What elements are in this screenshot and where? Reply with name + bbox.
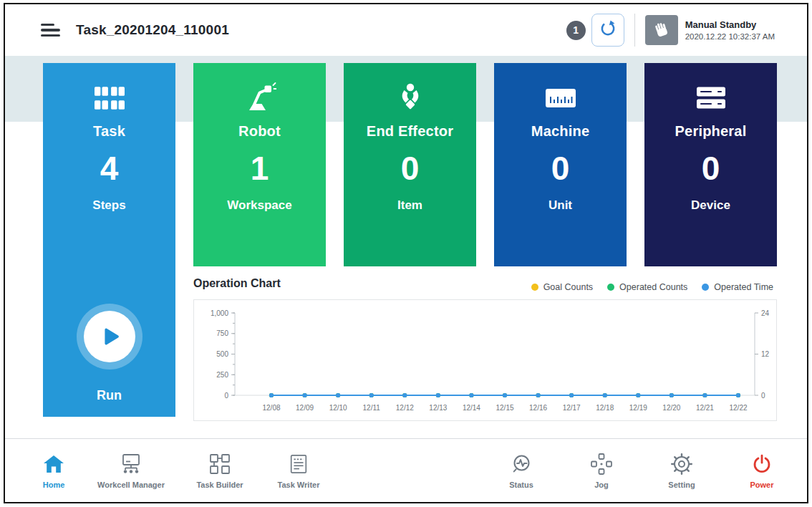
svg-text:0: 0: [224, 392, 228, 400]
svg-text:12: 12: [761, 350, 770, 358]
task-writer-icon: [288, 453, 309, 475]
svg-text:12/21: 12/21: [696, 404, 714, 412]
nav-setting-label: Setting: [668, 481, 695, 489]
nav-task-builder-label: Task Builder: [196, 481, 243, 489]
goal-counts-label: Goal Counts: [543, 282, 593, 292]
operated-time-label: Operated Time: [714, 282, 773, 292]
operation-chart-canvas: 02505007501,0000122412/0812/0912/1012/11…: [194, 300, 776, 420]
machine-icon: [544, 82, 577, 115]
svg-text:1,000: 1,000: [211, 309, 228, 317]
machine-card-value: 0: [551, 150, 570, 187]
peripheral-card-unit: Device: [691, 198, 730, 213]
run-button[interactable]: [84, 311, 135, 362]
header-divider: [634, 14, 635, 47]
svg-text:12/12: 12/12: [396, 404, 414, 412]
robot-status: Manual Standby 2020.12.22 10:32:37 AM: [685, 19, 775, 41]
bottom-nav: Home Workcell Manager: [5, 438, 807, 502]
nav-home-label: Home: [43, 481, 65, 489]
manual-mode-button[interactable]: [645, 15, 678, 45]
operation-chart-title: Operation Chart: [193, 277, 281, 290]
svg-text:250: 250: [216, 371, 228, 379]
home-icon: [43, 453, 64, 475]
repeat-icon: [599, 19, 617, 41]
nav-task-writer-label: Task Writer: [278, 481, 320, 489]
svg-text:24: 24: [761, 309, 770, 317]
end-effector-card-label: End Effector: [367, 123, 453, 140]
svg-text:750: 750: [216, 329, 228, 337]
machine-card-unit: Unit: [548, 198, 572, 213]
app-window: Task_20201204_110001 1: [4, 3, 808, 503]
end-effector-card-value: 0: [401, 150, 420, 187]
play-icon: [100, 325, 122, 348]
card-end-effector[interactable]: End Effector 0 Item: [344, 63, 476, 266]
card-machine[interactable]: Machine 0 Unit: [494, 63, 627, 266]
svg-text:12/08: 12/08: [262, 404, 280, 412]
svg-text:12/09: 12/09: [296, 404, 314, 412]
nav-status[interactable]: Status: [496, 453, 546, 489]
peripheral-card-value: 0: [702, 150, 720, 187]
nav-group-right: Status Jog: [496, 453, 787, 489]
task-builder-icon: [208, 453, 231, 475]
svg-text:12/15: 12/15: [496, 404, 513, 412]
robot-card-value: 1: [251, 150, 269, 187]
svg-text:12/11: 12/11: [363, 404, 381, 412]
peripheral-card-label: Peripheral: [675, 123, 747, 140]
robot-arm-icon: [243, 82, 276, 115]
robot-card-label: Robot: [238, 123, 281, 140]
gripper-icon: [395, 82, 426, 115]
operated-counts-dot-icon: [607, 284, 614, 291]
nav-jog[interactable]: Jog: [576, 453, 627, 489]
chart-legend: Goal Counts Operated Counts Operated Tim…: [531, 282, 773, 292]
menu-icon[interactable]: [41, 24, 60, 37]
card-robot[interactable]: Robot 1 Workspace: [193, 63, 326, 266]
svg-text:12/18: 12/18: [596, 404, 614, 412]
svg-text:12/17: 12/17: [563, 404, 581, 412]
nav-workcell-manager-label: Workcell Manager: [97, 481, 165, 489]
nav-workcell-manager[interactable]: Workcell Manager: [88, 453, 174, 489]
workcell-manager-icon: [119, 453, 143, 475]
status-timestamp: 2020.12.22 10:32:37 AM: [685, 32, 775, 41]
svg-text:12/13: 12/13: [429, 404, 447, 412]
nav-power[interactable]: Power: [737, 453, 787, 489]
peripheral-icon: [695, 82, 728, 115]
nav-home[interactable]: Home: [32, 453, 75, 489]
hand-icon: [649, 19, 673, 42]
svg-text:12/20: 12/20: [662, 404, 680, 412]
svg-text:12/16: 12/16: [529, 404, 547, 412]
task-card-value: 4: [100, 150, 119, 187]
nav-task-writer[interactable]: Task Writer: [266, 453, 332, 489]
gear-icon: [670, 453, 693, 475]
robot-mode-label: Manual Standby: [685, 19, 775, 30]
svg-text:0: 0: [761, 392, 765, 400]
nav-setting[interactable]: Setting: [657, 453, 707, 489]
task-card-unit: Steps: [92, 198, 125, 213]
svg-text:12/19: 12/19: [629, 404, 647, 412]
nav-power-label: Power: [750, 481, 773, 489]
card-peripheral[interactable]: Peripheral 0 Device: [644, 63, 777, 266]
svg-text:12/14: 12/14: [463, 404, 480, 412]
loop-count-badge: 1: [566, 21, 586, 40]
power-icon: [751, 453, 773, 475]
robot-card-unit: Workspace: [227, 198, 291, 213]
task-card-label: Task: [93, 123, 125, 140]
legend-operated-time: Operated Time: [702, 282, 773, 292]
repeat-button[interactable]: [591, 14, 624, 47]
svg-text:500: 500: [216, 350, 228, 358]
legend-operated-counts: Operated Counts: [607, 282, 687, 292]
status-icon: [510, 453, 533, 475]
end-effector-card-unit: Item: [397, 198, 422, 213]
nav-status-label: Status: [509, 481, 533, 489]
operated-counts-label: Operated Counts: [619, 282, 687, 292]
card-task[interactable]: Task 4 Steps Run: [43, 63, 175, 417]
svg-text:12/22: 12/22: [729, 404, 747, 412]
nav-jog-label: Jog: [594, 481, 609, 489]
header: Task_20201204_110001 1: [5, 4, 807, 56]
header-right: 1: [566, 4, 775, 56]
nav-group-left: Home Workcell Manager: [32, 453, 332, 489]
svg-text:12/10: 12/10: [329, 404, 347, 412]
task-icon: [95, 82, 125, 115]
nav-task-builder[interactable]: Task Builder: [187, 453, 253, 489]
goal-counts-dot-icon: [531, 284, 538, 291]
machine-card-label: Machine: [531, 123, 589, 140]
run-label: Run: [43, 388, 175, 403]
